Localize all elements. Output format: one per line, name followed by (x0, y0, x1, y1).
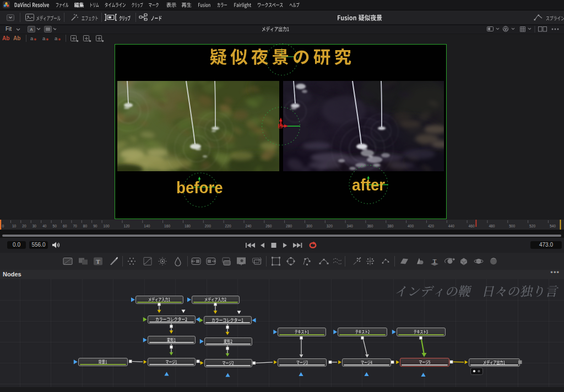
svg-text:360: 360 (367, 224, 373, 228)
svg-text:180: 180 (185, 224, 191, 228)
svg-text:280: 280 (286, 224, 292, 228)
svg-text:60: 60 (63, 224, 67, 228)
svg-text:200: 200 (205, 224, 211, 228)
svg-text:220: 220 (225, 224, 231, 228)
svg-text:90: 90 (93, 224, 97, 228)
svg-text:140: 140 (144, 224, 150, 228)
svg-text:400: 400 (408, 224, 414, 228)
svg-text:320: 320 (327, 224, 333, 228)
svg-text:70: 70 (73, 224, 77, 228)
svg-text:520: 520 (529, 224, 535, 228)
svg-text:T: T (433, 258, 437, 264)
svg-text:10: 10 (12, 224, 17, 228)
svg-text:380: 380 (387, 224, 393, 228)
svg-text:120: 120 (124, 224, 130, 228)
svg-text:460: 460 (469, 224, 475, 228)
svg-text:80: 80 (83, 224, 88, 228)
svg-text:500: 500 (509, 224, 515, 228)
svg-text:420: 420 (428, 224, 434, 228)
svg-text:20: 20 (22, 224, 26, 228)
svg-text:50: 50 (53, 224, 57, 228)
svg-text:300: 300 (306, 224, 312, 228)
svg-text:440: 440 (448, 224, 454, 228)
svg-text:A: A (30, 27, 33, 32)
svg-text:240: 240 (246, 224, 252, 228)
svg-text:T: T (96, 258, 100, 265)
svg-text:260: 260 (265, 224, 272, 228)
svg-text:0: 0 (2, 224, 4, 228)
svg-text:100: 100 (104, 224, 110, 228)
svg-text:480: 480 (489, 224, 495, 228)
svg-text:30: 30 (32, 224, 37, 228)
svg-text:40: 40 (42, 224, 47, 228)
svg-text:160: 160 (164, 224, 170, 228)
svg-text:540: 540 (550, 224, 556, 228)
svg-text:340: 340 (347, 224, 353, 228)
